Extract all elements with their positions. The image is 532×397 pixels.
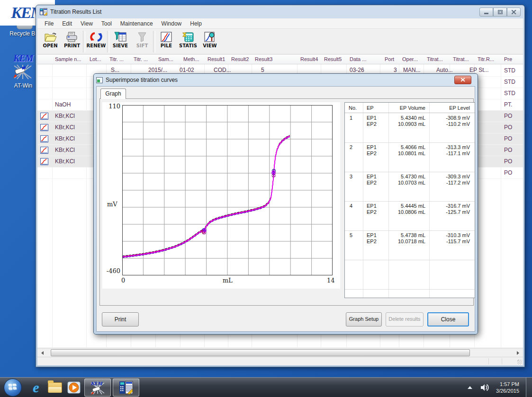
column-header[interactable]: Titr. ... (134, 56, 148, 62)
graph-tab-panel: 110 mV -460 0 mL 14 No. EP EP Volume EP … (99, 98, 474, 306)
menu-window[interactable]: Window (157, 19, 186, 28)
open-toolbar-button[interactable]: OPEN (39, 30, 61, 53)
pile-toolbar-button[interactable]: PILE (155, 30, 177, 53)
ep-row-no: 2 (350, 144, 352, 150)
titration-app-icon (119, 380, 133, 395)
precision-cell: PO (504, 124, 512, 131)
volume-icon[interactable] (480, 383, 489, 392)
close-x-icon (461, 78, 465, 82)
explorer-folder-taskbar-icon[interactable] (45, 379, 64, 397)
column-header[interactable]: Lot... (90, 56, 101, 62)
menu-view[interactable]: View (76, 19, 97, 28)
column-header[interactable]: Data ... (350, 56, 366, 62)
x-axis-unit-label: mL (223, 277, 233, 284)
system-tray: 1:57 PM 3/26/2015 (468, 378, 532, 397)
sift-toolbar-button: SIFT (131, 30, 153, 53)
media-player-taskbar-icon[interactable] (64, 379, 83, 397)
curve-list-icon (40, 113, 48, 120)
curve-list-icon (40, 135, 48, 142)
precision-cell: STD (504, 90, 515, 97)
horizontal-scrollbar[interactable] (37, 348, 523, 357)
status-bar (37, 357, 523, 365)
dialog-icon (96, 77, 103, 83)
scroll-right-arrow[interactable] (514, 350, 522, 356)
column-header[interactable]: Result4 (300, 56, 318, 62)
show-desktop-button[interactable] (526, 378, 532, 397)
column-header[interactable]: Sam... (158, 56, 173, 62)
ep-row-no: 5 (350, 232, 352, 238)
resize-grip[interactable] (517, 360, 522, 364)
menu-tool[interactable]: Tool (97, 19, 116, 28)
column-header[interactable]: Titrat... (453, 56, 469, 62)
precision-cell: PO (504, 113, 512, 119)
scroll-left-arrow[interactable] (39, 350, 46, 356)
clock-date: 3/26/2015 (496, 388, 519, 394)
column-header[interactable]: Titr. ... (109, 56, 124, 62)
column-header[interactable]: Pre (504, 56, 512, 62)
precision-cell: PO (504, 147, 512, 153)
pile-curves-icon (160, 31, 172, 43)
svg-text:KEM: KEM (90, 380, 103, 386)
window-titlebar[interactable]: Titration Results List (36, 5, 524, 18)
menu-maintenance[interactable]: Maintenance (116, 19, 157, 28)
toolbar: OPEN PRINT REN (37, 29, 523, 54)
taskbar-clock[interactable]: 1:57 PM 3/26/2015 (496, 381, 519, 394)
atwin-taskbar-button[interactable]: KEM (84, 379, 111, 397)
y-axis-max-label: 110 (103, 103, 120, 110)
column-header[interactable]: Result1 (207, 56, 225, 62)
printer-icon (66, 31, 78, 43)
hidden-icons-chevron[interactable] (468, 386, 472, 389)
maximize-button[interactable] (493, 8, 507, 17)
dialog-title: Superimpose titration curves (106, 77, 178, 83)
statistics-calculator-icon (182, 31, 194, 43)
titration-results-taskbar-button[interactable] (113, 379, 139, 397)
start-button[interactable] (4, 379, 22, 397)
tab-graph[interactable]: Graph (100, 88, 126, 99)
graph-panel: 110 mV -460 0 mL 14 (102, 102, 340, 289)
dialog-close-button[interactable] (454, 76, 471, 84)
menu-file[interactable]: File (40, 19, 58, 28)
sieve-toolbar-button[interactable]: SIEVE (109, 30, 131, 53)
titration-curves-plot (122, 105, 333, 275)
statis-toolbar-button[interactable]: STATIS (177, 30, 199, 53)
print-toolbar-button[interactable]: PRINT (61, 30, 83, 53)
column-header[interactable]: Sample n... (55, 56, 81, 62)
dialog-client-area: Graph 110 mV -460 0 mL 14 No. EP EP Volu… (96, 86, 475, 332)
menu-edit[interactable]: Edit (58, 19, 76, 28)
column-header[interactable]: Result3 (255, 56, 272, 62)
atwin-app-icon: KEM (90, 380, 106, 395)
column-header[interactable]: Meth... (183, 56, 199, 62)
column-header[interactable]: Result5 (324, 56, 342, 62)
precision-cell: PT. (504, 101, 512, 108)
internet-explorer-taskbar-icon[interactable]: e (27, 379, 45, 397)
clock-time: 1:57 PM (496, 381, 519, 388)
taskbar: e KEM (0, 377, 532, 397)
sample-name-cell: KBr,KCl (55, 113, 75, 119)
menu-help[interactable]: Help (186, 19, 206, 28)
ep-row-no: 1 (350, 115, 352, 121)
app-window-icon (40, 8, 47, 16)
graph-setup-button[interactable]: Graph Setup (346, 312, 382, 326)
view-toolbar-button[interactable]: VIEW (199, 30, 221, 53)
x-axis-min-label: 0 (121, 277, 125, 284)
dialog-titlebar[interactable]: Superimpose titration curves (96, 74, 475, 86)
x-axis-max-label: 14 (327, 277, 335, 284)
close-button[interactable] (507, 8, 521, 17)
column-header[interactable]: Oper... (402, 56, 418, 62)
superimpose-dialog: Superimpose titration curves Graph 110 m… (93, 73, 478, 335)
print-button[interactable]: Print (102, 312, 139, 326)
view-magnifier-icon (204, 31, 216, 43)
scrollbar-thumb[interactable] (51, 349, 470, 356)
column-header[interactable]: Titr.R... (478, 56, 494, 62)
renew-toolbar-button[interactable]: RENEW (85, 30, 107, 53)
menu-bar: File Edit View Tool Maintenance Window H… (37, 18, 523, 29)
column-header[interactable]: Titrat... (427, 56, 443, 62)
ep-row-no: 4 (350, 203, 352, 209)
close-dialog-button[interactable]: Close (427, 312, 469, 326)
window-title: Titration Results List (50, 9, 101, 15)
minimize-button[interactable] (479, 8, 493, 17)
column-header[interactable]: Result2 (231, 56, 249, 62)
sample-name-cell: KBr,KCl (55, 124, 75, 131)
precision-cell: STD (504, 67, 515, 74)
column-header[interactable]: Port (385, 56, 394, 62)
